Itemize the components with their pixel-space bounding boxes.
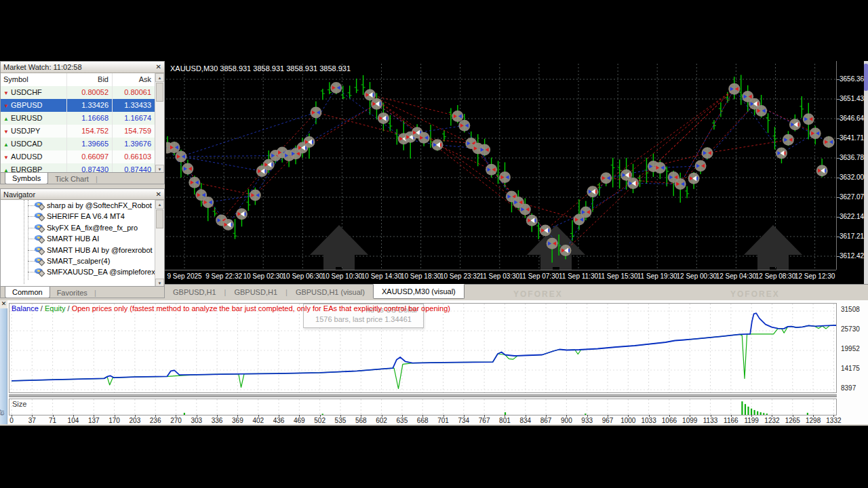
navigator-item[interactable]: SMART HUB AI xyxy=(1,233,155,244)
symbol-cell: ▲EURUSD xyxy=(1,112,66,125)
size-bar xyxy=(760,412,762,415)
market-watch-row[interactable]: ▼GBPUSD1.334261.33433 xyxy=(1,99,155,112)
tester-side-strip: er xyxy=(0,308,7,426)
main-chart-window[interactable]: XAUUSD,M30 3858.931 3858.931 3858.931 38… xyxy=(165,61,868,284)
chart-symbol-period: XAUUSD,M30 xyxy=(170,64,218,73)
ask-cell: 154.759 xyxy=(112,125,155,138)
close-icon[interactable]: ✕ xyxy=(156,62,161,73)
navigator-item[interactable]: SMART_scalper(4) xyxy=(1,256,155,266)
navigator-scrollbar[interactable]: ▲▼ xyxy=(155,200,164,287)
navigator-item-label: SkyFX EA_fix@free_fx_pro xyxy=(47,224,138,232)
tester-strip-label: er xyxy=(0,409,5,415)
price-scale[interactable]: 3656.3603651.4303646.6453641.7153636.785… xyxy=(836,61,864,270)
expert-advisor-icon xyxy=(35,235,45,243)
time-label: 11 Sep 11:30 xyxy=(559,272,598,280)
navigator-item-label: SMFXAUUSD_EA @simpleforex xyxy=(47,268,155,276)
x-label: 1133 xyxy=(703,417,718,424)
navigator-tree: sharp ai by @SoftechFX_RobotSHERIFF EA V… xyxy=(1,200,155,287)
chart-tab-2[interactable]: GBPUSD,H1 (visual) xyxy=(288,285,373,299)
market-watch-row[interactable]: ▲EURUSD1.166681.16674 xyxy=(1,112,155,125)
time-label: 12 Sep 00:30 xyxy=(677,272,717,280)
balance-y-label: 19952 xyxy=(841,345,860,352)
x-label: 270 xyxy=(170,417,182,424)
left-panel-column: Market Watch: 11:02:58 ✕ SymbolBidAsk ▼U… xyxy=(0,61,165,300)
navigator-item[interactable]: SHERIFF EA V6.4 MT4 xyxy=(1,211,155,222)
scrollbar-thumb[interactable] xyxy=(156,83,163,102)
close-icon[interactable]: ✕ xyxy=(156,189,161,200)
navigator-tab-favorites[interactable]: Favorites xyxy=(50,287,94,298)
time-label: 12 Sep 04:30 xyxy=(716,272,757,280)
down-arrow-icon: ▼ xyxy=(3,125,11,138)
bid-cell: 154.752 xyxy=(66,125,112,138)
x-label: 1099 xyxy=(682,417,697,424)
time-label: 11 Sep 19:30 xyxy=(637,272,677,280)
x-label: 568 xyxy=(355,417,367,424)
trade-line xyxy=(660,166,701,168)
x-label: 236 xyxy=(150,417,161,424)
market-watch-scrollbar[interactable]: ▲▼ xyxy=(155,73,164,174)
x-label: 668 xyxy=(417,417,429,424)
tab-separator: | xyxy=(94,289,96,297)
size-chart[interactable]: Size xyxy=(9,399,837,415)
x-label: 535 xyxy=(335,417,347,424)
trade-line xyxy=(653,89,734,166)
size-bar xyxy=(757,411,758,415)
chart-tab-3[interactable]: XAUUSD,M30 (visual) xyxy=(373,284,465,299)
x-label: 1265 xyxy=(785,417,800,424)
x-label: 1199 xyxy=(744,417,759,424)
expert-advisor-icon xyxy=(35,201,45,209)
scroll-up-button[interactable]: ▲ xyxy=(155,200,164,209)
price-chart-canvas[interactable] xyxy=(166,64,836,270)
time-scale[interactable]: 9 Sep 20259 Sep 22:3210 Sep 02:3010 Sep … xyxy=(165,270,836,284)
market-watch-table: ▼USDCHF0.800520.80061▼GBPUSD1.334261.334… xyxy=(1,86,155,174)
column-header[interactable]: Bid xyxy=(66,73,112,86)
chart-ohlc-values: 3858.931 3858.931 3858.931 3858.931 xyxy=(220,64,351,73)
x-label: 1332 xyxy=(826,417,841,424)
chart-vertical-scrollbar[interactable] xyxy=(864,61,868,284)
size-bar xyxy=(754,410,755,415)
legend-balance: Balance xyxy=(12,304,39,312)
size-bar xyxy=(807,413,808,415)
column-header[interactable]: Ask xyxy=(112,73,155,86)
x-label: 170 xyxy=(108,417,120,424)
scroll-up-button[interactable]: ▲ xyxy=(155,73,164,82)
chart-tab-1[interactable]: GBPUSD,H1 xyxy=(226,285,285,299)
market-watch-row[interactable]: ▼USDJPY154.752154.759 xyxy=(1,125,155,138)
panel-splitter[interactable] xyxy=(9,394,837,397)
market-watch-row[interactable]: ▲USDCAD1.396651.39676 xyxy=(1,138,155,150)
tab-separator: | xyxy=(96,175,98,183)
symbol-cell: ▼USDCHF xyxy=(1,86,66,99)
market-watch-row[interactable]: ▼USDCHF0.800520.80061 xyxy=(1,86,155,99)
navigator-item[interactable]: SkyFX EA_fix@free_fx_pro xyxy=(1,222,155,233)
navigator-tab-common[interactable]: Common xyxy=(5,286,50,298)
market-watch-titlebar: Market Watch: 11:02:58 ✕ xyxy=(1,62,164,73)
navigator-item[interactable]: SMFXAUUSD_EA @simpleforex xyxy=(1,266,155,277)
up-arrow-icon: ▲ xyxy=(3,138,11,150)
time-label: 10 Sep 18:30 xyxy=(401,272,441,280)
bid-cell: 0.66097 xyxy=(66,150,112,163)
separator xyxy=(0,424,868,426)
scrollbar-thumb[interactable] xyxy=(156,209,163,228)
expert-advisor-icon xyxy=(35,224,45,232)
trade-line xyxy=(316,113,410,137)
bid-cell: 1.33426 xyxy=(66,99,112,112)
market-watch-tab-symbols[interactable]: Symbols xyxy=(5,172,48,184)
market-watch-tab-tick-chart[interactable]: Tick Chart xyxy=(48,174,96,184)
x-label: 933 xyxy=(581,417,593,424)
market-watch-row[interactable]: ▼AUDUSD0.660970.66103 xyxy=(1,150,155,163)
x-label: 369 xyxy=(232,417,243,424)
chart-tab-0[interactable]: GBPUSD,H1 xyxy=(165,285,224,299)
x-label: 1232 xyxy=(764,417,779,424)
bid-cell: 1.39665 xyxy=(66,138,112,150)
time-label: 9 Sep 2025 xyxy=(167,272,201,280)
scrollbar-thumb[interactable] xyxy=(864,64,868,91)
x-label: 303 xyxy=(191,417,202,424)
close-icon[interactable]: ✕ xyxy=(0,300,7,308)
column-header[interactable]: Symbol xyxy=(1,73,66,86)
tester-legend: Balance / Equity / Open prices only (fas… xyxy=(12,304,450,312)
chart-tab-bar: YOFOREXYOFOREXGBPUSD,H1|GBPUSD,H1|GBPUSD… xyxy=(165,284,868,300)
time-label: 11 Sep 07:30 xyxy=(519,272,559,280)
navigator-item[interactable]: SMART HUB AI by @forexrobot xyxy=(1,245,155,256)
tester-panel: ✕ er Balance / Equity / Open prices only… xyxy=(0,300,868,426)
navigator-item[interactable]: sharp ai by @SoftechFX_Robot xyxy=(1,200,155,211)
